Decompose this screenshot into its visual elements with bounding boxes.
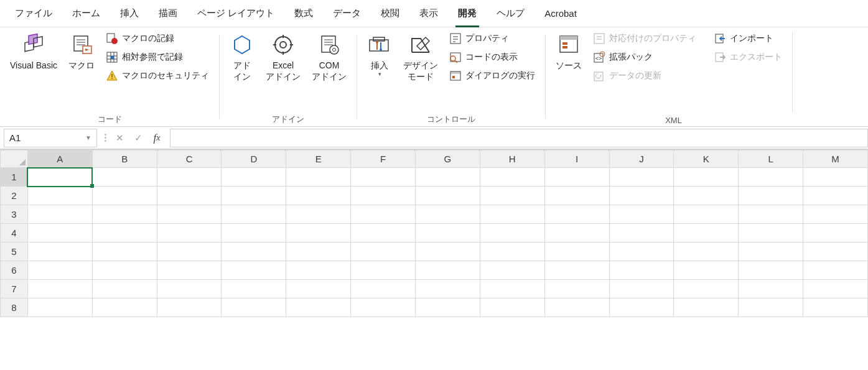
- cell[interactable]: [739, 280, 803, 298]
- cell[interactable]: [157, 187, 222, 205]
- cell[interactable]: [286, 280, 351, 298]
- cell[interactable]: [609, 187, 674, 205]
- cell[interactable]: [544, 298, 609, 317]
- cell[interactable]: [157, 280, 222, 298]
- cell[interactable]: [739, 243, 803, 261]
- design-mode-button[interactable]: デザイン モード: [399, 30, 442, 85]
- cell[interactable]: [92, 224, 157, 243]
- row-header[interactable]: 8: [1, 298, 28, 317]
- row-header[interactable]: 7: [1, 280, 28, 298]
- column-header[interactable]: A: [27, 150, 92, 168]
- cell[interactable]: [92, 280, 157, 298]
- macros-button[interactable]: マクロ: [65, 30, 98, 73]
- cell[interactable]: [674, 243, 739, 261]
- cell[interactable]: [92, 187, 157, 205]
- tab-data[interactable]: データ: [323, 0, 371, 27]
- cell[interactable]: [351, 280, 416, 298]
- cell[interactable]: [609, 280, 674, 298]
- macro-security-button[interactable]: ! マクロのセキュリティ: [102, 67, 213, 85]
- cell[interactable]: [157, 168, 222, 187]
- cell[interactable]: [609, 261, 674, 280]
- cell[interactable]: [157, 298, 222, 317]
- row-header[interactable]: 2: [1, 187, 28, 205]
- tab-review[interactable]: 校閲: [371, 0, 409, 27]
- cell[interactable]: [803, 187, 868, 205]
- cell[interactable]: [222, 205, 286, 224]
- cell[interactable]: [286, 168, 351, 187]
- insert-function-button[interactable]: fx: [147, 129, 166, 147]
- cell[interactable]: [27, 298, 92, 317]
- cell[interactable]: [157, 224, 222, 243]
- com-addins-button[interactable]: COM アドイン: [308, 30, 350, 85]
- insert-control-button[interactable]: 挿入 ▾: [363, 30, 396, 81]
- cell[interactable]: [803, 261, 868, 280]
- cell[interactable]: [739, 261, 803, 280]
- cell[interactable]: [222, 298, 286, 317]
- cell[interactable]: [609, 168, 674, 187]
- cell[interactable]: [416, 298, 480, 317]
- cell[interactable]: [27, 168, 92, 187]
- cell[interactable]: [416, 261, 480, 280]
- excel-addins-button[interactable]: Excel アドイン: [262, 30, 304, 85]
- cell[interactable]: [351, 298, 416, 317]
- row-header[interactable]: 3: [1, 205, 28, 224]
- cell[interactable]: [544, 280, 609, 298]
- row-header[interactable]: 6: [1, 261, 28, 280]
- tab-help[interactable]: ヘルプ: [487, 0, 534, 27]
- cell[interactable]: [27, 187, 92, 205]
- view-code-button[interactable]: コードの表示: [446, 49, 539, 66]
- cell[interactable]: [222, 187, 286, 205]
- tab-insert[interactable]: 挿入: [110, 0, 149, 27]
- formula-input[interactable]: [170, 129, 868, 147]
- cell[interactable]: [544, 224, 609, 243]
- cell[interactable]: [674, 261, 739, 280]
- cell[interactable]: [480, 280, 544, 298]
- cell[interactable]: [480, 261, 544, 280]
- cell[interactable]: [351, 205, 416, 224]
- cell[interactable]: [351, 261, 416, 280]
- row-header[interactable]: 1: [1, 168, 28, 187]
- cell[interactable]: [480, 205, 544, 224]
- cell[interactable]: [416, 168, 480, 187]
- select-all-corner[interactable]: [1, 150, 28, 168]
- row-header[interactable]: 4: [1, 224, 28, 243]
- tab-formulas[interactable]: 数式: [284, 0, 323, 27]
- cell[interactable]: [674, 205, 739, 224]
- tab-page-layout[interactable]: ページ レイアウト: [187, 0, 284, 27]
- cell[interactable]: [222, 224, 286, 243]
- cell[interactable]: [544, 205, 609, 224]
- cell[interactable]: [674, 168, 739, 187]
- cell[interactable]: [739, 205, 803, 224]
- column-header[interactable]: E: [286, 150, 351, 168]
- cell[interactable]: [803, 205, 868, 224]
- row-header[interactable]: 5: [1, 243, 28, 261]
- cell[interactable]: [480, 168, 544, 187]
- spreadsheet-grid[interactable]: ABCDEFGHIJKLM12345678: [0, 149, 868, 370]
- cell[interactable]: [674, 224, 739, 243]
- cell[interactable]: [416, 280, 480, 298]
- column-header[interactable]: F: [351, 150, 416, 168]
- tab-file[interactable]: ファイル: [5, 0, 62, 27]
- column-header[interactable]: G: [416, 150, 480, 168]
- cell[interactable]: [739, 168, 803, 187]
- tab-home[interactable]: ホーム: [62, 0, 110, 27]
- addins-button[interactable]: アド イン: [226, 30, 258, 85]
- cell[interactable]: [92, 298, 157, 317]
- cell[interactable]: [92, 168, 157, 187]
- cell[interactable]: [27, 224, 92, 243]
- cell[interactable]: [739, 224, 803, 243]
- visual-basic-button[interactable]: Visual Basic: [6, 30, 61, 73]
- cell[interactable]: [544, 168, 609, 187]
- cell[interactable]: [544, 261, 609, 280]
- cell[interactable]: [803, 243, 868, 261]
- drag-handle-icon[interactable]: [105, 134, 106, 142]
- cell[interactable]: [416, 224, 480, 243]
- cell[interactable]: [544, 243, 609, 261]
- column-header[interactable]: I: [544, 150, 609, 168]
- tab-view[interactable]: 表示: [409, 0, 448, 27]
- tab-acrobat[interactable]: Acrobat: [534, 0, 587, 27]
- cell[interactable]: [286, 205, 351, 224]
- cell[interactable]: [157, 261, 222, 280]
- cell[interactable]: [351, 224, 416, 243]
- cell[interactable]: [27, 205, 92, 224]
